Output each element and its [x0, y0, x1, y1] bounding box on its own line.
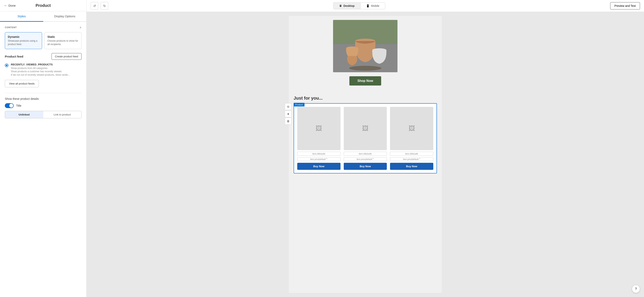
link-options: Unlinked Link to product	[5, 111, 82, 118]
left-panel: ← Done Product Styles Display Options CO…	[0, 0, 86, 297]
tab-display-options[interactable]: Display Options	[43, 11, 86, 22]
mobile-button[interactable]: 📱 Mobile	[360, 2, 385, 9]
redo-button[interactable]: ↻	[100, 2, 108, 10]
content-card-dynamic[interactable]: Dynamic Showcase products using a produc…	[5, 32, 42, 49]
copy-icon: ⧉	[287, 105, 289, 108]
radio-desc-2: Show products a customer has recently vi…	[11, 70, 70, 73]
view-all-product-feeds-button[interactable]: View all product feeds	[5, 80, 39, 87]
product-price-2: item.price|default:""	[344, 157, 387, 161]
product-details-label: Show these product details:	[5, 97, 82, 100]
tab-styles[interactable]: Styles	[0, 11, 43, 22]
content-card-static[interactable]: Static Choose products to show for all r…	[44, 32, 82, 49]
image-placeholder-icon-2: 🖼	[362, 125, 368, 132]
chevron-up-icon[interactable]: ∧	[80, 26, 82, 29]
product-image-1: 🖼	[297, 107, 340, 150]
star-tool-button[interactable]: ★	[285, 110, 292, 117]
radio-desc-3: If we run out of recently viewed product…	[11, 73, 70, 77]
toggle-knob	[9, 104, 13, 108]
product-item-1: 🖼 item.title|safe item.price|default:"" …	[297, 107, 340, 170]
section-header-content: CONTENT ∧	[5, 26, 82, 29]
back-arrow-icon: ←	[4, 4, 7, 8]
desktop-label: Desktop	[344, 4, 354, 8]
star-icon: ★	[287, 112, 290, 116]
redo-icon: ↻	[103, 4, 106, 8]
desktop-icon: 🖥	[339, 4, 342, 8]
side-toolbar: ⧉ ★ 🗑	[285, 103, 292, 124]
page-title: Product	[36, 3, 51, 8]
left-header: ← Done Product	[0, 0, 86, 11]
shop-now-button[interactable]: Shop Now	[349, 76, 381, 86]
svg-point-6	[349, 66, 381, 71]
link-option-unlinked[interactable]: Unlinked	[5, 111, 43, 118]
radio-option-recently-viewed: RECENTLY_VIEWED_PRODUCTS Show products f…	[5, 63, 82, 77]
product-block-wrapper: Product ⧉ ★ 🗑	[294, 103, 437, 174]
help-button[interactable]: ?	[632, 285, 640, 293]
help-icon: ?	[635, 287, 637, 291]
undo-button[interactable]: ↺	[90, 2, 98, 10]
content-type-row: Dynamic Showcase products using a produc…	[5, 32, 82, 49]
just-for-you-title: Just for you...	[294, 96, 437, 101]
delete-tool-button[interactable]: 🗑	[285, 118, 292, 124]
trash-icon: 🗑	[287, 120, 290, 123]
divider	[5, 93, 82, 93]
device-toggle: 🖥 Desktop 📱 Mobile	[333, 2, 385, 9]
undo-icon: ↺	[93, 4, 96, 8]
product-badge: Product	[294, 103, 304, 106]
buy-now-button-1[interactable]: Buy Now	[297, 163, 340, 170]
copy-tool-button[interactable]: ⧉	[285, 103, 292, 110]
toggle-title-label: Title	[16, 104, 21, 107]
product-feed-label: Product feed	[5, 55, 23, 58]
radio-content: RECENTLY_VIEWED_PRODUCTS Show products f…	[11, 63, 70, 77]
product-item-3: 🖼 item.title|safe item.price|default:"" …	[390, 107, 433, 170]
product-price-3: item.price|default:""	[390, 157, 433, 161]
content-section: CONTENT ∧ Dynamic Showcase products usin…	[0, 22, 86, 122]
image-placeholder-icon-1: 🖼	[316, 125, 322, 132]
preview-content: Shop Now Just for you... Product ⧉ ★	[289, 16, 442, 293]
done-label: Done	[8, 4, 16, 7]
pot-image	[333, 20, 398, 72]
static-desc: Choose products to show for all recipien…	[48, 39, 79, 46]
desktop-button[interactable]: 🖥 Desktop	[334, 2, 360, 9]
radio-desc-1: Show products from All categories.	[11, 66, 70, 70]
product-title-3: item.title|safe	[390, 152, 433, 156]
dynamic-title: Dynamic	[8, 35, 39, 38]
right-panel: ↺ ↻ 🖥 Desktop 📱 Mobile Preview and Test	[86, 0, 644, 297]
mobile-label: Mobile	[371, 4, 379, 8]
product-block: 🖼 item.title|safe item.price|default:"" …	[294, 103, 437, 174]
buy-now-button-2[interactable]: Buy Now	[344, 163, 387, 170]
preview-and-test-button[interactable]: Preview and Test	[610, 2, 640, 10]
link-option-product[interactable]: Link to product	[43, 111, 82, 118]
title-toggle[interactable]	[5, 103, 14, 108]
mobile-icon: 📱	[366, 4, 370, 8]
image-placeholder-icon-3: 🖼	[408, 125, 415, 132]
product-price-1: item.price|default:""	[297, 157, 340, 161]
tabs-bar: Styles Display Options	[0, 11, 86, 22]
product-image-2: 🖼	[344, 107, 387, 150]
product-title-1: item.title|safe	[297, 152, 340, 156]
toggle-row-title: Title	[5, 103, 82, 108]
dynamic-desc: Showcase products using a product feed.	[8, 39, 39, 46]
create-product-feed-button[interactable]: Create product feed	[52, 53, 82, 60]
radio-input-recently-viewed[interactable]	[5, 64, 8, 67]
product-block-container: Product ⧉ ★ 🗑	[289, 103, 442, 178]
product-image-3: 🖼	[390, 107, 433, 150]
product-title-2: item.title|safe	[344, 152, 387, 156]
done-link[interactable]: ← Done	[4, 4, 16, 8]
product-feed-row: Product feed Create product feed	[5, 53, 82, 60]
static-title: Static	[48, 35, 79, 38]
preview-canvas: Shop Now Just for you... Product ⧉ ★	[86, 12, 644, 297]
product-item-2: 🖼 item.title|safe item.price|default:"" …	[344, 107, 387, 170]
just-for-you-section: Just for you...	[289, 92, 442, 103]
pot-section: Shop Now	[289, 16, 442, 92]
buy-now-button-3[interactable]: Buy Now	[390, 163, 433, 170]
section-title-content: CONTENT	[5, 26, 17, 28]
radio-title: RECENTLY_VIEWED_PRODUCTS	[11, 63, 70, 66]
top-bar: ↺ ↻ 🖥 Desktop 📱 Mobile Preview and Test	[86, 0, 644, 12]
